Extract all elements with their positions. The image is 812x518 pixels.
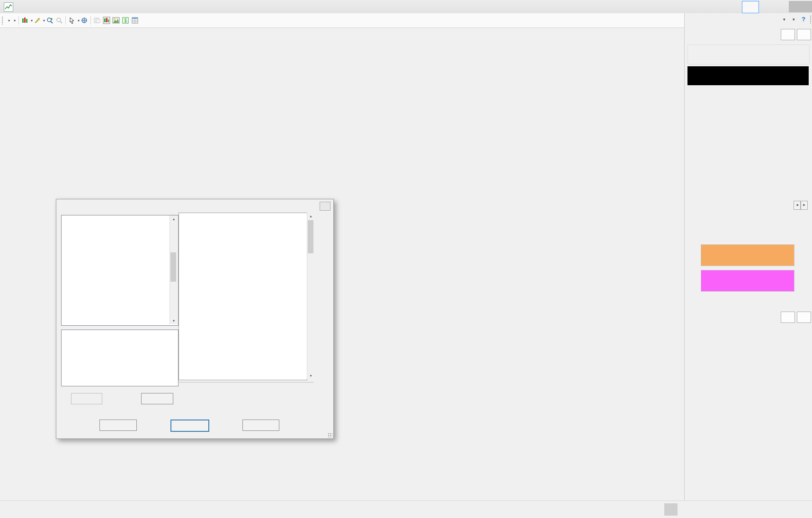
back-button[interactable]	[781, 29, 795, 40]
scroll-up-icon[interactable]: ▲	[170, 215, 178, 223]
zoom-in-icon[interactable]	[46, 17, 54, 24]
tab-scroll-left-icon[interactable]: ◄	[794, 201, 801, 210]
app-chart-icon	[4, 2, 13, 12]
position-status-box	[687, 66, 809, 85]
scroll-down-icon[interactable]: ▼	[170, 317, 178, 324]
chevron-down-icon[interactable]: ▾	[78, 18, 80, 23]
configured-strategies-list[interactable]	[61, 330, 178, 386]
ok-button-2[interactable]	[797, 312, 811, 323]
panel-grip[interactable]	[810, 15, 812, 24]
cursor-icon[interactable]	[68, 17, 76, 24]
strategy-property-grid[interactable]	[178, 213, 307, 380]
scrollbar-thumb[interactable]	[170, 252, 176, 282]
cancel-flatten-button[interactable]	[701, 270, 794, 292]
svg-text:$: $	[124, 18, 127, 23]
scroll-down-icon[interactable]: ▼	[307, 372, 314, 379]
ok-button[interactable]	[99, 420, 137, 431]
scrollbar-thumb[interactable]	[308, 220, 313, 253]
status-bar	[0, 500, 812, 518]
toolbar-separator	[90, 16, 91, 25]
chart-trader-icon[interactable]	[103, 17, 110, 24]
back-button-2[interactable]	[781, 312, 795, 323]
new-button[interactable]	[71, 393, 102, 404]
strategies-dialog: ▲ ▼ ▲ ▼	[56, 199, 334, 439]
minimize-button[interactable]	[763, 1, 775, 12]
ok-button[interactable]	[797, 29, 811, 40]
strategy-groupbox	[687, 45, 810, 64]
title-bar	[0, 0, 812, 14]
close-button[interactable]	[789, 1, 812, 12]
toolbar-separator	[18, 16, 19, 25]
dollar-account-icon[interactable]: $	[122, 17, 129, 24]
chevron-down-icon: ▾	[8, 18, 10, 23]
chevron-down-icon[interactable]: ▾	[31, 18, 33, 23]
remove-button[interactable]	[141, 393, 173, 404]
chart-style-icon[interactable]	[21, 17, 29, 24]
hscrollbar-thumb[interactable]	[664, 503, 678, 516]
close-dialog-button[interactable]	[242, 420, 279, 431]
chevron-down-icon[interactable]: ▾	[793, 17, 795, 22]
toolbar-separator	[65, 16, 66, 25]
dialog-close-icon[interactable]	[320, 202, 330, 211]
property-description-box	[178, 382, 314, 405]
trade-panel: ▾ ▾ ? ◄ ►	[684, 13, 812, 500]
dialog-title	[56, 199, 333, 212]
available-strategies-list[interactable]	[61, 215, 178, 326]
move-in-button[interactable]	[701, 244, 794, 266]
chevron-down-icon[interactable]: ▾	[783, 17, 785, 22]
grid-properties-icon[interactable]	[131, 17, 139, 24]
chart-toolbar: ▾ ▾ ▾ ▾ ▾	[0, 13, 684, 28]
global-crosshair-icon[interactable]	[80, 17, 88, 24]
toolbar-grip[interactable]	[1, 16, 4, 25]
property-grid-scrollbar[interactable]: ▲ ▼	[307, 213, 314, 379]
ninjatrader-window: ▾ ▾ ▾ ▾ ▾	[0, 0, 812, 518]
interval-selector[interactable]: ▾	[11, 15, 17, 26]
link-group-button[interactable]	[742, 1, 759, 13]
apply-button[interactable]	[170, 420, 209, 432]
help-icon[interactable]: ?	[802, 16, 805, 23]
chevron-down-icon[interactable]: ▾	[43, 18, 45, 23]
zoom-out-icon[interactable]	[55, 17, 63, 24]
resize-grip[interactable]	[328, 433, 332, 438]
snapshot-icon[interactable]	[112, 17, 120, 24]
available-list-scrollbar[interactable]: ▲ ▼	[170, 215, 178, 324]
chevron-down-icon: ▾	[14, 18, 16, 23]
data-box-icon[interactable]	[93, 17, 101, 24]
tab-scroll-right-icon[interactable]: ►	[801, 201, 808, 210]
scroll-up-icon[interactable]: ▲	[307, 213, 314, 220]
pencil-icon[interactable]	[34, 17, 41, 24]
instrument-selector[interactable]: ▾	[6, 15, 11, 26]
maximize-button[interactable]	[776, 1, 788, 12]
